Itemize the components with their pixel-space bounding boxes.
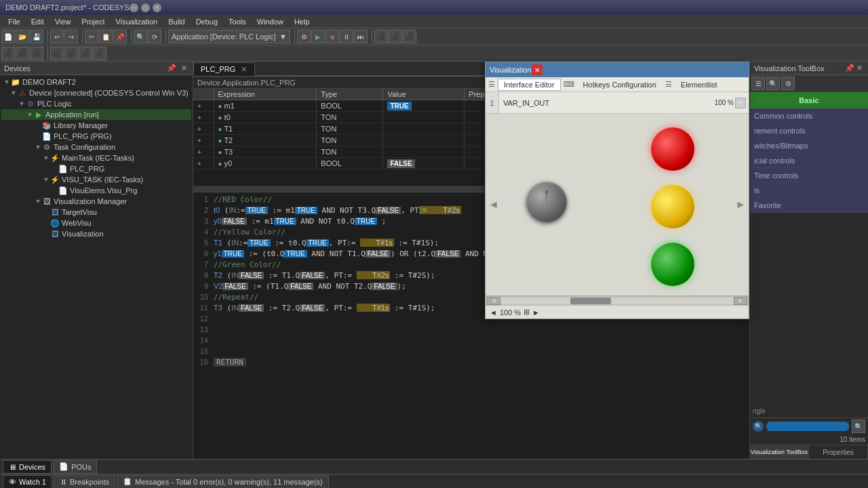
bottom-tab-devices[interactable]: 🖥 Devices	[3, 460, 52, 474]
menu-window[interactable]: Window	[252, 16, 289, 27]
app-dropdown[interactable]: Application [Device: PLC Logic] ▼	[168, 30, 290, 43]
tree-visu-task[interactable]: ▼ ⚡ VISU_TASK (IEC-Tasks)	[1, 174, 191, 185]
tb-extra2[interactable]: ⬛	[64, 47, 78, 60]
menu-file[interactable]: File	[3, 16, 26, 27]
menu-project[interactable]: Project	[76, 16, 110, 27]
expand-icon[interactable]: +	[197, 160, 201, 167]
panel-pin-icon[interactable]: 📌	[167, 64, 176, 73]
tab-elementlist[interactable]: Elementlist	[675, 79, 724, 91]
visu-h-scroll[interactable]: ◄ ►	[486, 296, 749, 305]
toolbox-special-controls[interactable]: icial controls	[750, 153, 868, 168]
menu-view[interactable]: View	[50, 16, 77, 27]
tree-main-task[interactable]: ▼ ⚡ MainTask (IEC-Tasks)	[1, 152, 191, 163]
tree-plc-logic[interactable]: ▼ ⚙ PLC Logic	[1, 98, 191, 109]
search-icon[interactable]: 🔍	[753, 421, 764, 432]
tab-interface-editor[interactable]: Interface Editor	[498, 79, 561, 91]
toolbox-btn1[interactable]: ☰	[751, 77, 765, 90]
tree-plc-prg[interactable]: 📄 PLC_PRG (PRG)	[1, 131, 191, 142]
toolbox-basic-section[interactable]: Basic	[750, 92, 868, 108]
tb-undo[interactable]: ↩	[50, 30, 64, 43]
tb-replace[interactable]: ⟳	[148, 30, 161, 43]
toolbox-close-icon[interactable]: ✕	[854, 64, 864, 73]
tb-find[interactable]: 🔍	[134, 30, 147, 43]
tb-extra1[interactable]: ⬛	[50, 47, 64, 60]
tb-cut[interactable]: ✂	[85, 30, 98, 43]
visu-editor-content[interactable]: VAR_IN_OUT	[499, 92, 712, 113]
tree-application[interactable]: ▼ ▶ Application [run]	[1, 109, 191, 120]
debug-tab-messages[interactable]: 📋 Messages - Total 0 error(s), 0 warning…	[117, 475, 329, 489]
tb-build3[interactable]: ⬛	[30, 47, 43, 60]
tree-visu-manager[interactable]: ▼ 🖼 Visualization Manager	[1, 196, 191, 207]
visu-zoom-left-icon[interactable]: ◄	[490, 308, 497, 317]
expand-icon[interactable]: +	[197, 137, 201, 144]
menu-tools[interactable]: Tools	[223, 16, 252, 27]
expand-icon[interactable]: +	[197, 125, 201, 133]
toolbox-tab-visu[interactable]: Visualization ToolBox	[750, 445, 809, 459]
debug-tab-breakpoints[interactable]: ⏸ Breakpoints	[54, 475, 115, 489]
toolbox-btn3[interactable]: ⚙	[781, 77, 795, 90]
visu-close-button[interactable]: ✕	[532, 64, 542, 75]
toolbox-pin-icon[interactable]: 📌	[845, 64, 854, 73]
visu-content[interactable]: ◄ ►	[486, 114, 749, 296]
tab-hotkeys-config[interactable]: Hotkeys Configuration	[577, 79, 663, 91]
h-scroll-track[interactable]	[500, 298, 734, 304]
tree-library-manager[interactable]: 📚 Library Manager	[1, 120, 191, 131]
tb-extra4[interactable]: ⬛	[93, 47, 106, 60]
tb-pause[interactable]: ⏸	[340, 30, 353, 43]
close-button[interactable]: ✕	[153, 3, 161, 12]
tb-stop[interactable]: ■	[326, 30, 339, 43]
tb-new[interactable]: 📄	[1, 30, 15, 43]
tab-plc-prg[interactable]: PLC_PRG ✕	[193, 62, 255, 76]
zoom-expand-icon[interactable]: ⊞	[735, 98, 746, 108]
h-scroll-right-icon[interactable]: ►	[734, 297, 747, 305]
tb-open[interactable]: 📂	[16, 30, 29, 43]
toolbox-btn2[interactable]: 🔍	[766, 77, 780, 90]
toolbox-switches[interactable]: witches/Bitmaps	[750, 138, 868, 153]
tb-redo[interactable]: ↪	[64, 30, 78, 43]
tb-save[interactable]: 💾	[30, 30, 43, 43]
menu-edit[interactable]: Edit	[26, 16, 50, 27]
tb-build1[interactable]: ⬛	[1, 47, 15, 60]
tree-web-visu[interactable]: 🌐 WebVisu	[1, 218, 191, 228]
tree-project[interactable]: ▼ 📁 DEMO DRAFT2	[1, 77, 191, 87]
toolbox-tab-props[interactable]: Properties	[809, 445, 868, 459]
rotary-knob[interactable]	[526, 182, 567, 222]
h-scroll-thumb[interactable]	[570, 298, 611, 304]
minimize-button[interactable]: ─	[130, 3, 138, 12]
tree-device[interactable]: ▼ ⚠ Device [connected] (CODESYS Control …	[1, 87, 191, 98]
tb-online3[interactable]: ⬛	[403, 30, 416, 43]
tb-copy[interactable]: 📋	[99, 30, 113, 43]
scroll-left-icon[interactable]: ◄	[488, 199, 499, 211]
debug-tab-watch[interactable]: 👁 Watch 1	[3, 475, 52, 489]
menu-help[interactable]: Help	[289, 16, 315, 27]
tb-extra3[interactable]: ⬛	[79, 47, 92, 60]
tb-online2[interactable]: ⬛	[389, 30, 402, 43]
tree-target-visu[interactable]: 🖼 TargetVisu	[1, 207, 191, 218]
menu-debug[interactable]: Debug	[191, 16, 223, 27]
toolbox-time-controls[interactable]: Time controls	[750, 168, 868, 183]
menu-visualization[interactable]: Visualization	[111, 16, 163, 27]
h-scroll-left-icon[interactable]: ◄	[487, 297, 500, 305]
tree-visu-elems[interactable]: 📄 VisuElems.Visu_Prg	[1, 185, 191, 196]
scroll-right-icon[interactable]: ►	[735, 199, 746, 211]
toolbox-measurement-controls[interactable]: rement controls	[750, 123, 868, 138]
tb-settings[interactable]: ⚙	[297, 30, 311, 43]
expand-icon[interactable]: +	[197, 114, 201, 121]
tree-task-config[interactable]: ▼ ⚙ Task Configuration	[1, 142, 191, 152]
tb-online1[interactable]: ⬛	[374, 30, 388, 43]
knob-control[interactable]	[526, 182, 567, 222]
toolbox-favorite[interactable]: Favorite	[750, 198, 868, 213]
menu-build[interactable]: Build	[163, 16, 190, 27]
bottom-tab-pous[interactable]: 📄 POUs	[53, 460, 97, 474]
tb-paste[interactable]: 📌	[113, 30, 127, 43]
search-btn[interactable]: 🔍	[852, 420, 865, 433]
tree-area[interactable]: ▼ 📁 DEMO DRAFT2 ▼ ⚠ Device [connected] (…	[0, 75, 193, 459]
tb-build2[interactable]: ⬛	[16, 47, 29, 60]
expand-icon[interactable]: +	[197, 102, 201, 110]
toolbox-other[interactable]: ls	[750, 183, 868, 198]
toolbox-common-controls[interactable]: Common controls	[750, 108, 868, 123]
tb-step[interactable]: ⏭	[354, 30, 368, 43]
visu-zoom-fit-icon[interactable]: ⊞	[524, 308, 530, 317]
panel-close-icon[interactable]: ✕	[179, 64, 189, 73]
tab-close-icon[interactable]: ✕	[239, 65, 248, 73]
